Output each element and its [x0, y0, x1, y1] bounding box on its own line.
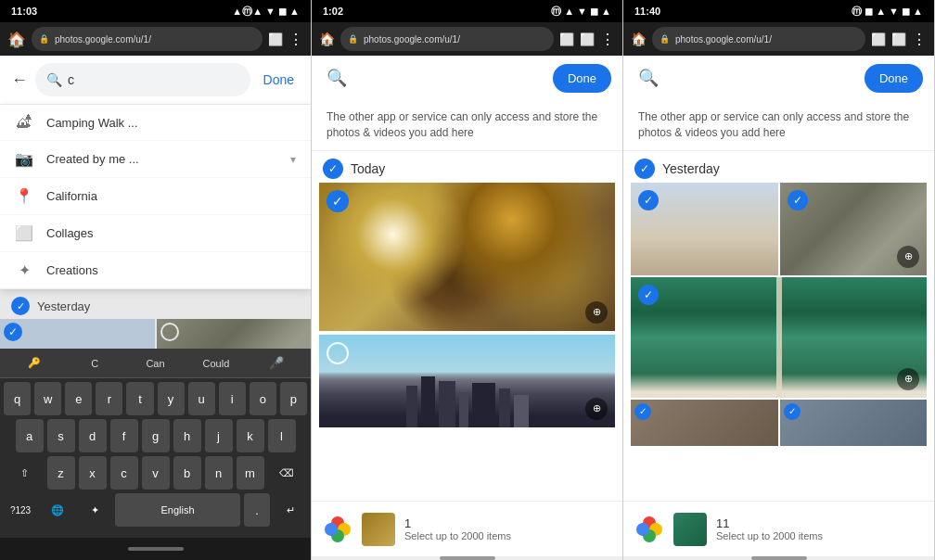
zoom-icon-rocks[interactable]: ⊕ — [897, 246, 919, 268]
key-p[interactable]: p — [280, 382, 307, 415]
mic-icon[interactable]: 🎤 — [250, 356, 303, 370]
key-s[interactable]: s — [47, 419, 75, 452]
beach-photo-1[interactable]: ✓ — [631, 183, 778, 275]
key-w[interactable]: w — [34, 382, 61, 415]
key-numbers[interactable]: ?123 — [4, 493, 37, 527]
key-i[interactable]: i — [219, 382, 246, 415]
done-button-2[interactable]: Done — [553, 64, 611, 93]
key-shift[interactable]: ⇧ — [6, 456, 44, 490]
album-thumb-3[interactable] — [673, 513, 707, 546]
done-button-3[interactable]: Done — [865, 64, 923, 93]
key-l[interactable]: l — [268, 419, 296, 452]
key-h[interactable]: h — [173, 419, 201, 452]
zoom-icon-city[interactable]: ⊕ — [585, 398, 608, 420]
suggestion-can[interactable]: Can — [129, 358, 182, 369]
key-b[interactable]: b — [173, 456, 201, 490]
info-text-2: The other app or service can only access… — [327, 110, 597, 139]
bottom-photo-strip: ✓ ✓ — [631, 400, 927, 446]
key-o[interactable]: o — [250, 382, 276, 415]
search-input[interactable] — [68, 72, 239, 87]
rocks-check: ✓ — [788, 190, 808, 210]
key-globe[interactable]: 🌐 — [41, 493, 74, 527]
autocomplete-item-collages[interactable]: ⬜ Collages — [0, 215, 311, 252]
menu-icon-2[interactable]: ⋮ — [600, 31, 615, 48]
aerial-photo-container[interactable]: ✓ ⊕ — [631, 277, 927, 398]
search-box[interactable]: 🔍 — [35, 63, 250, 96]
time-1: 11:03 — [11, 6, 37, 17]
autocomplete-item-camping[interactable]: 🏕 Camping Walk ... — [0, 105, 311, 141]
url-box-3[interactable]: 🔒 photos.google.com/u/1/ — [652, 27, 865, 51]
key-emoji[interactable]: ✦ — [78, 493, 111, 527]
menu-icon[interactable]: ⋮ — [288, 31, 303, 48]
keyboard-rows: q w e r t y u i o p a s d f g h j k l — [0, 378, 311, 538]
zoom-icon-food[interactable]: ⊕ — [585, 301, 608, 324]
ext-icon-3[interactable]: ⬜ — [891, 32, 906, 46]
key-u[interactable]: u — [188, 382, 215, 415]
key-g[interactable]: g — [142, 419, 170, 452]
key-y[interactable]: y — [158, 382, 185, 415]
city-photo-container[interactable]: ⊕ — [319, 335, 615, 427]
tab-icon-2[interactable]: ⬜ — [559, 32, 574, 46]
url-box-2[interactable]: 🔒 photos.google.com/u/1/ — [340, 27, 554, 51]
time-3: 11:40 — [634, 6, 660, 17]
scroll-bar-2 — [312, 556, 622, 560]
strip-photo-1[interactable]: ✓ — [631, 400, 778, 446]
key-k[interactable]: k — [237, 419, 264, 452]
album-label-3: Select up to 2000 items — [716, 530, 923, 541]
location-icon: 📍 — [15, 187, 33, 205]
key-a[interactable]: a — [16, 419, 44, 452]
url-box-1[interactable]: 🔒 photos.google.com/u/1/ — [32, 27, 263, 51]
photo-thumb-2[interactable] — [157, 319, 312, 349]
key-t[interactable]: t — [126, 382, 153, 415]
suggestion-could[interactable]: Could — [189, 358, 242, 369]
home-icon-3[interactable]: 🏠 — [631, 32, 647, 46]
key-z[interactable]: z — [47, 456, 75, 490]
home-icon-2[interactable]: 🏠 — [319, 32, 335, 46]
food-photo-container[interactable]: ✓ ⊕ — [319, 183, 615, 331]
ext-icon-2[interactable]: ⬜ — [580, 32, 595, 46]
rocks-photo[interactable]: ✓ ⊕ — [780, 183, 928, 275]
key-e[interactable]: e — [65, 382, 92, 415]
zoom-icon-aerial[interactable]: ⊕ — [897, 368, 919, 390]
menu-icon-3[interactable]: ⋮ — [912, 31, 927, 48]
key-backspace[interactable]: ⌫ — [268, 456, 305, 490]
key-r[interactable]: r — [96, 382, 122, 415]
unselected-circle-2 — [160, 323, 179, 341]
done-button-1[interactable]: Done — [258, 69, 300, 91]
key-enter[interactable]: ↵ — [274, 493, 307, 527]
app-header-3: 🔍 Done — [623, 56, 934, 100]
key-d[interactable]: d — [79, 419, 107, 452]
photo-thumb-1[interactable]: ✓ — [0, 319, 155, 349]
tab-icon-3[interactable]: ⬜ — [871, 32, 886, 46]
album-thumb-2[interactable] — [362, 513, 395, 546]
lock-icon-2: 🔒 — [348, 34, 358, 44]
key-row-1: q w e r t y u i o p — [4, 382, 307, 415]
key-q[interactable]: q — [4, 382, 31, 415]
info-banner-2: The other app or service can only access… — [312, 100, 622, 151]
autocomplete-item-created[interactable]: 📷 Created by me ... ▾ — [0, 141, 311, 178]
key-f[interactable]: f — [110, 419, 138, 452]
strip-photo-2[interactable]: ✓ — [780, 400, 928, 446]
autocomplete-item-creations[interactable]: ✦ Creations — [0, 252, 311, 288]
key-x[interactable]: x — [79, 456, 107, 490]
autocomplete-item-california[interactable]: 📍 California — [0, 178, 311, 215]
album-label-2: Select up to 2000 items — [404, 530, 611, 541]
key-n[interactable]: n — [205, 456, 233, 490]
key-c[interactable]: c — [110, 456, 138, 490]
back-button[interactable]: ← — [11, 70, 28, 90]
key-j[interactable]: j — [205, 419, 233, 452]
tab-icon[interactable]: ⬜ — [268, 32, 283, 46]
suggestion-c[interactable]: C — [68, 358, 121, 369]
city-photo: ⊕ — [319, 335, 615, 427]
home-icon[interactable]: 🏠 — [7, 31, 26, 48]
status-signal-2: ⓜ ▲ ▼ ◼ ▲ — [551, 5, 611, 19]
key-m[interactable]: m — [237, 456, 264, 490]
key-v[interactable]: v — [142, 456, 170, 490]
created-label: Created by me ... — [46, 152, 277, 166]
google-photos-logo-3 — [634, 515, 664, 544]
search-button-2[interactable]: 🔍 — [323, 64, 351, 92]
app-header-2: 🔍 Done — [312, 56, 622, 100]
key-space[interactable]: English — [115, 493, 240, 527]
search-button-3[interactable]: 🔍 — [634, 64, 662, 92]
key-period[interactable]: . — [244, 493, 270, 527]
